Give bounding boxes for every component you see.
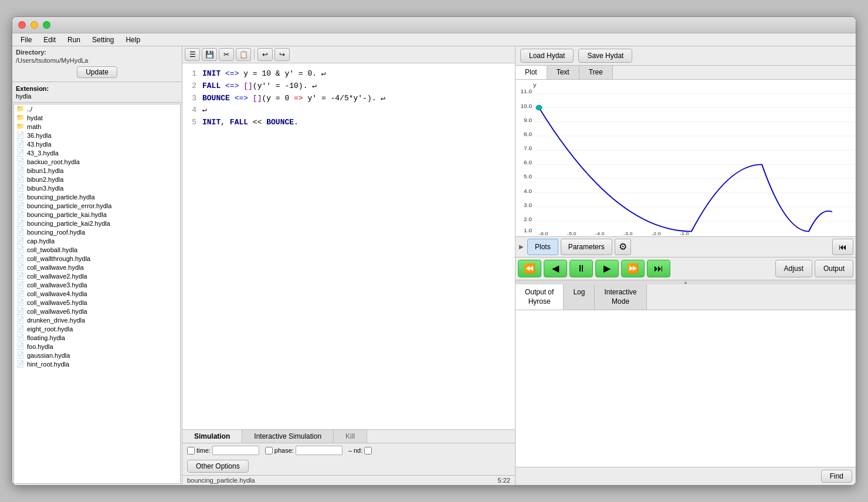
svg-text:7.0: 7.0 [524, 146, 532, 151]
toolbar-cut-btn[interactable]: ✂ [219, 48, 234, 61]
pause-btn[interactable]: ⏸ [569, 260, 593, 277]
phase-input[interactable] [296, 446, 343, 455]
output-tab-interactive[interactable]: InteractiveMode [595, 284, 646, 310]
parameters-tab[interactable]: Parameters [561, 239, 612, 255]
file-item[interactable]: 📄backuo_root.hydla [14, 157, 180, 166]
time-checkbox[interactable] [187, 447, 195, 454]
menu-run[interactable]: Run [63, 35, 85, 45]
phase-group: phase: [265, 446, 343, 455]
file-item[interactable]: 📄hint_root.hydla [14, 359, 180, 368]
other-options-button[interactable]: Other Options [187, 460, 249, 473]
sim-tab-interactive[interactable]: Interactive Simulation [242, 430, 334, 443]
output-button[interactable]: Output [815, 260, 853, 277]
file-name: bouncing_particle_error.hydla [27, 202, 111, 209]
file-item[interactable]: 📄coll_twoball.hydla [14, 245, 180, 254]
toolbar-undo-btn[interactable]: ↩ [257, 48, 273, 61]
play-btn[interactable]: ▶ [595, 260, 619, 277]
menu-help[interactable]: Help [121, 35, 145, 45]
file-item[interactable]: 📄bouncing_particle_kai2.hydla [14, 219, 180, 228]
folder-icon: 📁 [16, 123, 25, 130]
file-icon: 📄 [16, 255, 25, 262]
sim-tab-simulation[interactable]: Simulation [182, 430, 242, 443]
file-item[interactable]: 📄coll_wallwave5.hydla [14, 298, 180, 307]
nd-checkbox[interactable] [364, 447, 372, 454]
maximize-button[interactable] [43, 21, 50, 29]
chart-svg: y 11.0 10.0 9.0 8.0 7.0 6.0 5.0 4.0 3.0 … [516, 80, 856, 236]
time-input[interactable] [212, 446, 259, 455]
file-list[interactable]: 📁../📁hydat📁math📄36.hydla📄43.hydla📄43_3.h… [13, 104, 181, 484]
svg-point-29 [536, 105, 542, 110]
nd-label2: nd: [354, 447, 362, 454]
phase-checkbox[interactable] [265, 447, 273, 454]
file-item[interactable]: 📄eight_root.hydla [14, 324, 180, 333]
file-item[interactable]: 📄bibun1.hydla [14, 166, 180, 175]
file-item[interactable]: 📄bouncing_particle.hydla [14, 192, 180, 201]
file-item[interactable]: 📄floating.hydla [14, 333, 180, 342]
menu-file[interactable]: File [16, 35, 36, 45]
file-name: 36.hydla [27, 132, 52, 139]
adjust-button[interactable]: Adjust [775, 260, 812, 277]
file-item[interactable]: 📄bouncing_particle_error.hydla [14, 201, 180, 210]
file-item[interactable]: 📄drunken_drive.hydla [14, 316, 180, 324]
sim-tab-kill[interactable]: Kill [334, 430, 367, 443]
output-tab-log[interactable]: Log [564, 284, 595, 310]
back-btn[interactable]: ◀ [544, 260, 567, 277]
time-group: time: [187, 446, 259, 455]
svg-text:8.0: 8.0 [524, 132, 532, 137]
file-item[interactable]: 📄coll_wallwave4.hydla [14, 289, 180, 298]
minimize-button[interactable] [30, 21, 38, 29]
tab-tree[interactable]: Tree [579, 66, 613, 79]
file-item[interactable]: 📄gaussian.hydla [14, 351, 180, 359]
save-hydat-button[interactable]: Save Hydat [578, 49, 632, 63]
file-item[interactable]: 📄43.hydla [14, 140, 180, 148]
file-item[interactable]: 📄bouncing_particle_kai.hydla [14, 210, 180, 219]
toolbar-menu-btn[interactable]: ☰ [185, 48, 200, 61]
file-item[interactable]: 📄foo.hydla [14, 342, 180, 351]
file-item[interactable]: 📄coll_wallwave2.hydla [14, 272, 180, 280]
file-icon: 📄 [16, 175, 25, 183]
file-item[interactable]: 📄bibun2.hydla [14, 175, 180, 184]
menu-edit[interactable]: Edit [39, 35, 60, 45]
file-item[interactable]: 📄cap.hydla [14, 236, 180, 245]
file-item[interactable]: 📄coll_wallwave3.hydla [14, 280, 180, 289]
output-tab-hyrose[interactable]: Output ofHyrose [516, 284, 564, 310]
file-item[interactable]: 📄coll_wallwave.hydla [14, 263, 180, 272]
file-item[interactable]: 📄coll_wallwave6.hydla [14, 307, 180, 316]
toolbar-redo-btn[interactable]: ↪ [274, 48, 290, 61]
skip-end-btn[interactable]: ⏭ [647, 260, 670, 277]
tab-text[interactable]: Text [547, 66, 579, 79]
menu-setting[interactable]: Setting [87, 35, 118, 45]
toolbar-save-btn[interactable]: 💾 [202, 48, 217, 61]
main-window: File Edit Run Setting Help Directory: /U… [12, 16, 856, 486]
skip-start-btn[interactable]: ⏮ [832, 239, 853, 255]
tab-plot[interactable]: Plot [516, 66, 547, 79]
file-item[interactable]: 📄bibun3.hydla [14, 184, 180, 192]
collapse-bar[interactable]: ▲ [516, 280, 856, 284]
expand-icon[interactable]: ▶ [518, 243, 525, 250]
file-name: bouncing_particle_kai2.hydla [27, 220, 110, 227]
sim-options: time: phase: – nd: [182, 443, 515, 457]
load-hydat-button[interactable]: Load Hydat [520, 49, 574, 63]
step-back-btn[interactable]: ⏪ [518, 260, 541, 277]
code-editor[interactable]: 1 INIT <=> y = 10 & y' = 0. ↵ 2 FALL <=>… [182, 63, 515, 429]
file-item[interactable]: 📁hydat [14, 113, 180, 122]
step-forward-btn[interactable]: ⏩ [621, 260, 645, 277]
plots-tab[interactable]: Plots [527, 239, 558, 255]
playback-controls: ⏪ ◀ ⏸ ▶ ⏩ ⏭ Adjust Output [516, 257, 856, 280]
file-item[interactable]: 📁../ [14, 104, 180, 113]
file-name: bibun2.hydla [27, 176, 63, 183]
file-icon: 📄 [16, 140, 25, 148]
file-item[interactable]: 📄bouncing_roof.hydla [14, 228, 180, 236]
file-icon: 📄 [16, 290, 25, 297]
file-item[interactable]: 📄43_3.hydla [14, 148, 180, 157]
file-item[interactable]: 📄coll_wallthrough.hydla [14, 254, 180, 263]
toolbar-copy-btn[interactable]: 📋 [236, 48, 251, 61]
file-item[interactable]: 📁math [14, 122, 180, 131]
svg-text:-6.0: -6.0 [539, 232, 548, 236]
close-button[interactable] [18, 21, 26, 29]
settings-icon[interactable]: ⚙ [615, 239, 631, 255]
find-button[interactable]: Find [821, 470, 852, 483]
update-button[interactable]: Update [77, 66, 117, 78]
file-item[interactable]: 📄36.hydla [14, 131, 180, 140]
svg-text:5.0: 5.0 [524, 174, 532, 179]
